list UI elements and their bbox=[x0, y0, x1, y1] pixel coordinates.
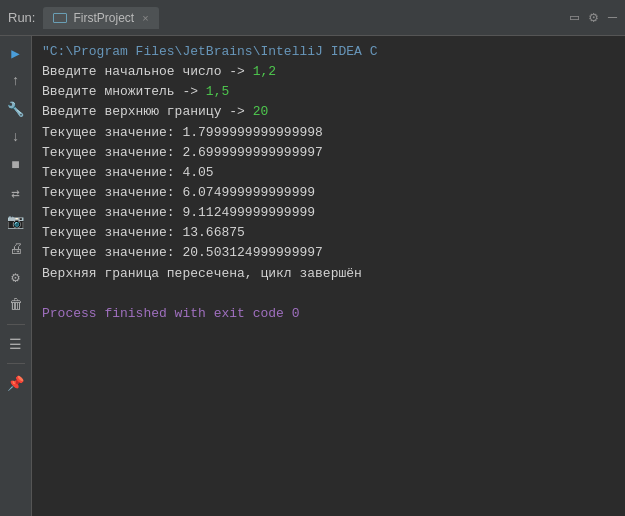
console-text: 1,5 bbox=[206, 84, 229, 99]
console-text: Введите начальное число -> bbox=[42, 64, 253, 79]
divider1 bbox=[7, 324, 25, 325]
pin-button[interactable]: 📌 bbox=[5, 372, 27, 394]
console-line: Введите начальное число -> 1,2 bbox=[42, 62, 615, 82]
stop-button[interactable]: ■ bbox=[5, 154, 27, 176]
console-output: "C:\Program Files\JetBrains\IntelliJ IDE… bbox=[32, 36, 625, 516]
console-text: Верхняя граница пересечена, цикл завершё… bbox=[42, 266, 362, 281]
run-label: Run: bbox=[8, 10, 35, 25]
tab-close-button[interactable]: × bbox=[142, 12, 148, 24]
console-text: Текущее значение: 6.074999999999999 bbox=[42, 185, 315, 200]
console-line: Введите множитель -> 1,5 bbox=[42, 82, 615, 102]
console-text: Текущее значение: 20.503124999999997 bbox=[42, 245, 323, 260]
gear-icon[interactable]: ⚙ bbox=[589, 8, 598, 27]
console-text: Текущее значение: 2.6999999999999997 bbox=[42, 145, 323, 160]
console-text: Process finished with exit code 0 bbox=[42, 306, 299, 321]
rerun-button[interactable]: ⇄ bbox=[5, 182, 27, 204]
console-line bbox=[42, 284, 615, 304]
console-text: Введите множитель -> bbox=[42, 84, 206, 99]
console-line: Верхняя граница пересечена, цикл завершё… bbox=[42, 264, 615, 284]
console-text: Текущее значение: 1.7999999999999998 bbox=[42, 125, 323, 140]
console-text: Введите верхнюю границу -> bbox=[42, 104, 253, 119]
scroll-down-button[interactable]: ↓ bbox=[5, 126, 27, 148]
console-line: "C:\Program Files\JetBrains\IntelliJ IDE… bbox=[42, 42, 615, 62]
console-line: Введите верхнюю границу -> 20 bbox=[42, 102, 615, 122]
tab-icon bbox=[53, 13, 67, 23]
print-button[interactable]: 🖨 bbox=[5, 238, 27, 260]
play-button[interactable]: ▶ bbox=[5, 42, 27, 64]
minimize-icon[interactable]: — bbox=[608, 9, 617, 26]
scroll-up-button[interactable]: ↑ bbox=[5, 70, 27, 92]
console-line: Текущее значение: 6.074999999999999 bbox=[42, 183, 615, 203]
main-content: ▶↑🔧↓■⇄📷🖨⚙🗑☰📌 "C:\Program Files\JetBrains… bbox=[0, 36, 625, 516]
console-line: Текущее значение: 4.05 bbox=[42, 163, 615, 183]
divider2 bbox=[7, 363, 25, 364]
console-line: Текущее значение: 9.112499999999999 bbox=[42, 203, 615, 223]
console-text: 1,2 bbox=[253, 64, 276, 79]
camera-button[interactable]: 📷 bbox=[5, 210, 27, 232]
settings2-button[interactable]: ⚙ bbox=[5, 266, 27, 288]
console-text: "C:\Program Files\JetBrains\IntelliJ IDE… bbox=[42, 44, 377, 59]
tab-name: FirstProject bbox=[73, 11, 134, 25]
console-line: Текущее значение: 13.66875 bbox=[42, 223, 615, 243]
sidebar: ▶↑🔧↓■⇄📷🖨⚙🗑☰📌 bbox=[0, 36, 32, 516]
console-line: Текущее значение: 1.7999999999999998 bbox=[42, 123, 615, 143]
console-line: Process finished with exit code 0 bbox=[42, 304, 615, 324]
list-button[interactable]: ☰ bbox=[5, 333, 27, 355]
window-icon[interactable]: ▭ bbox=[570, 8, 579, 27]
top-bar-icons: ▭ ⚙ — bbox=[570, 8, 617, 27]
console-text: Текущее значение: 9.112499999999999 bbox=[42, 205, 315, 220]
top-bar: Run: FirstProject × ▭ ⚙ — bbox=[0, 0, 625, 36]
run-tab[interactable]: FirstProject × bbox=[43, 7, 158, 29]
console-text: 20 bbox=[253, 104, 269, 119]
delete-button[interactable]: 🗑 bbox=[5, 294, 27, 316]
wrench-button[interactable]: 🔧 bbox=[5, 98, 27, 120]
console-text: Текущее значение: 13.66875 bbox=[42, 225, 245, 240]
console-text: Текущее значение: 4.05 bbox=[42, 165, 214, 180]
console-line: Текущее значение: 20.503124999999997 bbox=[42, 243, 615, 263]
console-line: Текущее значение: 2.6999999999999997 bbox=[42, 143, 615, 163]
